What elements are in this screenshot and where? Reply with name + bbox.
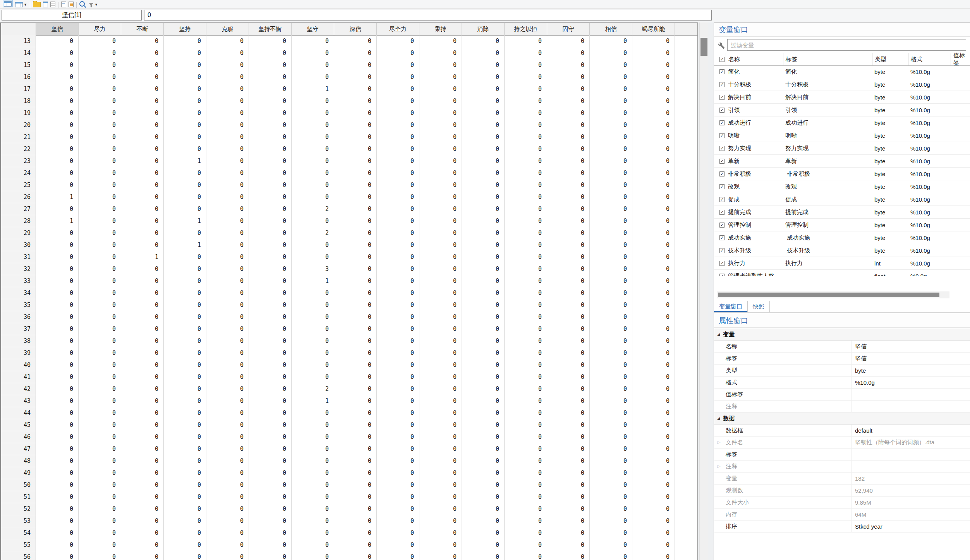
cell[interactable]: 0 xyxy=(79,455,121,467)
cell[interactable]: 0 xyxy=(249,359,292,371)
cell[interactable]: 0 xyxy=(79,383,121,395)
cell[interactable]: 0 xyxy=(462,203,505,215)
cell[interactable]: 0 xyxy=(632,479,675,491)
cell[interactable]: 0 xyxy=(334,479,377,491)
cell[interactable]: 0 xyxy=(121,203,164,215)
cell[interactable]: 0 xyxy=(249,299,292,311)
cell[interactable]: 0 xyxy=(206,287,249,299)
cell[interactable]: 0 xyxy=(292,287,334,299)
cell[interactable]: 0 xyxy=(419,131,462,143)
cell[interactable]: 0 xyxy=(462,515,505,527)
cell[interactable]: 0 xyxy=(36,359,79,371)
row-number[interactable]: 55 xyxy=(1,539,36,551)
cell[interactable]: 0 xyxy=(121,503,164,515)
cell[interactable]: 0 xyxy=(334,551,377,560)
cell[interactable]: 0 xyxy=(36,539,79,551)
cell[interactable]: 0 xyxy=(590,131,632,143)
cell-reference-box[interactable]: 坚信[1] xyxy=(2,10,142,21)
cell[interactable]: 0 xyxy=(36,47,79,59)
row-number[interactable]: 36 xyxy=(1,311,36,323)
cell[interactable]: 0 xyxy=(632,347,675,359)
cell[interactable]: 0 xyxy=(249,347,292,359)
cell[interactable]: 0 xyxy=(36,287,79,299)
column-header-坚信[interactable]: 坚信 xyxy=(36,23,79,35)
property-value[interactable] xyxy=(852,389,970,400)
cell[interactable]: 0 xyxy=(377,395,419,407)
edit-mode-icon[interactable]: ▼ xyxy=(15,0,27,7)
cell[interactable]: 0 xyxy=(121,431,164,443)
cell[interactable]: 0 xyxy=(164,95,206,107)
row-number[interactable]: 38 xyxy=(1,335,36,347)
copy-table-icon[interactable] xyxy=(50,0,55,7)
cell[interactable]: 0 xyxy=(377,275,419,287)
cell[interactable]: 0 xyxy=(121,179,164,191)
cell[interactable]: 0 xyxy=(292,143,334,155)
row-number[interactable]: 14 xyxy=(1,47,36,59)
cell[interactable]: 0 xyxy=(206,131,249,143)
cell[interactable]: 0 xyxy=(462,431,505,443)
cell[interactable]: 0 xyxy=(164,371,206,383)
cell[interactable]: 0 xyxy=(590,287,632,299)
cell[interactable]: 0 xyxy=(462,479,505,491)
cell[interactable]: 0 xyxy=(164,107,206,119)
cell[interactable]: 0 xyxy=(419,431,462,443)
cell[interactable]: 0 xyxy=(632,503,675,515)
cell[interactable]: 0 xyxy=(334,431,377,443)
variable-row[interactable]: ✓管理控制管理控制byte%10.0g xyxy=(714,219,970,231)
cell[interactable]: 0 xyxy=(462,287,505,299)
row-number[interactable]: 31 xyxy=(1,251,36,263)
cell[interactable]: 0 xyxy=(505,35,547,47)
cell[interactable]: 0 xyxy=(79,263,121,275)
cell[interactable]: 0 xyxy=(36,227,79,239)
cell[interactable]: 0 xyxy=(505,71,547,83)
cell[interactable]: 0 xyxy=(590,383,632,395)
cell[interactable]: 0 xyxy=(632,251,675,263)
cell[interactable]: 0 xyxy=(590,179,632,191)
cell[interactable]: 0 xyxy=(36,155,79,167)
cell[interactable]: 0 xyxy=(79,35,121,47)
cell[interactable]: 0 xyxy=(590,215,632,227)
cell[interactable]: 0 xyxy=(632,359,675,371)
cell[interactable]: 0 xyxy=(377,479,419,491)
cell[interactable]: 0 xyxy=(249,407,292,419)
cell[interactable]: 0 xyxy=(419,323,462,335)
property-value[interactable] xyxy=(852,401,970,412)
cell[interactable]: 0 xyxy=(206,155,249,167)
cell[interactable]: 0 xyxy=(206,515,249,527)
property-value[interactable]: 坚韧性（附每个词的词频）.dta xyxy=(852,437,970,448)
cell[interactable]: 0 xyxy=(206,395,249,407)
cell[interactable]: 0 xyxy=(292,515,334,527)
cell[interactable]: 0 xyxy=(36,167,79,179)
variable-row[interactable]: ✓技术升级 技术升级byte%10.0g xyxy=(714,244,970,257)
cell[interactable]: 0 xyxy=(632,215,675,227)
cell[interactable]: 0 xyxy=(36,479,79,491)
cell[interactable]: 0 xyxy=(505,251,547,263)
cell[interactable]: 0 xyxy=(292,47,334,59)
cell[interactable]: 0 xyxy=(79,467,121,479)
cell[interactable]: 0 xyxy=(505,275,547,287)
cell[interactable]: 0 xyxy=(334,227,377,239)
cell[interactable]: 0 xyxy=(377,119,419,131)
cell[interactable]: 0 xyxy=(292,239,334,251)
cell[interactable]: 0 xyxy=(505,95,547,107)
cell[interactable]: 0 xyxy=(419,467,462,479)
cell[interactable]: 0 xyxy=(505,119,547,131)
cell[interactable]: 0 xyxy=(462,395,505,407)
cell[interactable]: 0 xyxy=(505,395,547,407)
cell[interactable]: 0 xyxy=(292,299,334,311)
cell[interactable]: 0 xyxy=(121,551,164,560)
cell[interactable]: 0 xyxy=(462,275,505,287)
cell[interactable]: 0 xyxy=(121,47,164,59)
cell[interactable]: 0 xyxy=(249,479,292,491)
cell[interactable]: 0 xyxy=(419,479,462,491)
cell[interactable]: 0 xyxy=(121,311,164,323)
cell[interactable]: 0 xyxy=(121,95,164,107)
cell[interactable]: 0 xyxy=(164,467,206,479)
row-number[interactable]: 53 xyxy=(1,515,36,527)
cell[interactable]: 0 xyxy=(547,191,590,203)
cell[interactable]: 0 xyxy=(206,371,249,383)
cell[interactable]: 0 xyxy=(547,467,590,479)
row-number[interactable]: 45 xyxy=(1,419,36,431)
cell[interactable]: 0 xyxy=(632,515,675,527)
cell[interactable]: 0 xyxy=(419,287,462,299)
